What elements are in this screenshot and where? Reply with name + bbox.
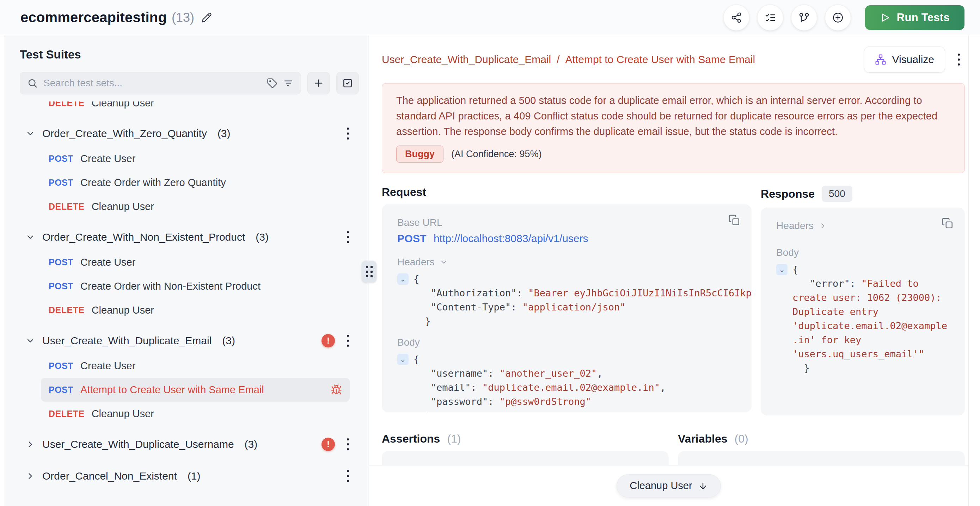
bug-analysis-alert: The application returned a 500 status co… (382, 83, 965, 173)
suite-menu-kebab[interactable] (342, 467, 354, 485)
chevron-down-icon[interactable] (439, 258, 448, 266)
chevron-down-icon[interactable] (25, 128, 35, 138)
alert-message: The application returned a 500 status co… (396, 93, 950, 139)
copy-icon[interactable] (728, 214, 740, 226)
suite-row-order-create-with-zero-quantity[interactable]: Order_Create_With_Zero_Quantity(3) (20, 121, 359, 147)
suite-row-order-create-with-non-existent-product[interactable]: Order_Create_With_Non_Existent_Product(3… (20, 224, 359, 250)
test-case-row[interactable]: POST Create Order with Zero Quantity (41, 171, 350, 195)
add-button[interactable] (825, 5, 851, 31)
method-label: DELETE (49, 102, 84, 108)
suite-row-user-create-with-duplicate-email[interactable]: User_Create_With_Duplicate_Email(3) ! (20, 328, 359, 354)
test-case-row[interactable]: POST Create User (41, 147, 350, 171)
variables-count: (0) (735, 432, 748, 446)
checklist-icon (765, 12, 776, 23)
filter-icon[interactable] (283, 78, 294, 89)
visualize-button[interactable]: Visualize (864, 46, 945, 73)
check-square-icon (342, 78, 353, 89)
arrow-down-icon (698, 481, 708, 491)
bottom-bar: Cleanup User (369, 465, 968, 506)
branches-button[interactable] (791, 5, 817, 31)
breadcrumb-separator: / (557, 54, 560, 65)
response-headers-toggle[interactable]: Headers (776, 220, 949, 232)
top-header: ecommerceapitesting (13) Run Tests (0, 0, 980, 35)
search-box[interactable] (20, 72, 301, 94)
request-url[interactable]: http://localhost:8083/api/v1/users (434, 233, 589, 244)
network-icon (875, 54, 886, 65)
response-section: Response 500 Headers Body ⌄{ "error": "F… (761, 186, 965, 416)
variables-title: Variables (678, 432, 728, 446)
edit-title-button[interactable] (201, 12, 212, 23)
app-window: ecommerceapitesting (13) Run Tests (0, 0, 980, 506)
test-case-row[interactable]: DELETE Cleanup User (41, 402, 350, 426)
share-button[interactable] (723, 5, 749, 31)
multi-select-button[interactable] (336, 72, 359, 94)
detail-menu-kebab[interactable] (953, 51, 965, 68)
method-label: POST (49, 178, 73, 188)
breadcrumb: User_Create_With_Duplicate_Email / Attem… (382, 54, 755, 65)
project-title: ecommerceapitesting (21, 10, 167, 25)
bug-icon (331, 384, 342, 395)
collapse-chevron-icon[interactable]: ⌄ (776, 264, 788, 275)
test-case-row[interactable]: DELETE Cleanup User (41, 102, 350, 115)
breadcrumb-current[interactable]: Attempt to Create User with Same Email (565, 54, 756, 65)
test-case-row-selected[interactable]: POST Attempt to Create User with Same Em… (41, 378, 350, 402)
test-case-row[interactable]: DELETE Cleanup User (41, 298, 350, 322)
suite-row-order-cancel-non-existent[interactable]: Order_Cancel_Non_Existent(1) (20, 463, 359, 489)
left-rail (0, 35, 4, 506)
play-icon (880, 12, 891, 23)
chevron-down-icon[interactable] (25, 232, 35, 242)
method-label: DELETE (49, 409, 84, 419)
add-test-suite-button[interactable] (307, 72, 330, 94)
detail-header: User_Create_With_Duplicate_Email / Attem… (382, 46, 965, 73)
method-label: POST (49, 361, 73, 371)
pencil-icon (201, 12, 212, 23)
response-title: Response (761, 187, 815, 200)
search-icon (27, 78, 38, 89)
assertions-title: Assertions (382, 432, 440, 446)
run-tests-button[interactable]: Run Tests (865, 5, 964, 30)
buggy-badge: Buggy (396, 146, 444, 163)
git-branch-icon (799, 12, 810, 23)
test-detail-panel: User_Create_With_Duplicate_Email / Attem… (369, 35, 968, 506)
sidebar-toolbar (20, 72, 359, 94)
search-input[interactable] (43, 78, 261, 89)
select-tests-button[interactable] (757, 5, 783, 31)
request-body-json: ⌄{ "username": "another_user_02", "email… (397, 352, 736, 412)
response-body-label: Body (776, 247, 949, 258)
sidebar-title: Test Suites (20, 48, 359, 61)
chevron-right-icon[interactable] (25, 439, 35, 449)
suite-menu-kebab[interactable] (342, 332, 354, 349)
plus-icon (313, 78, 324, 89)
chevron-right-icon[interactable] (25, 471, 35, 481)
test-case-row[interactable]: POST Create User (41, 354, 350, 378)
share-icon (731, 12, 742, 23)
chevron-right-icon[interactable] (819, 222, 827, 230)
error-badge: ! (321, 334, 335, 347)
collapse-chevron-icon[interactable]: ⌄ (397, 354, 409, 365)
request-card: Base URL POST http://localhost:8083/api/… (382, 205, 752, 412)
breadcrumb-suite-link[interactable]: User_Create_With_Duplicate_Email (382, 54, 551, 65)
panel-resize-handle[interactable] (362, 261, 377, 282)
cleanup-user-jump-button[interactable]: Cleanup User (617, 474, 721, 498)
test-case-row[interactable]: DELETE Cleanup User (41, 195, 350, 219)
project-test-count: (13) (172, 10, 194, 25)
request-section: Request Base URL POST http://localhost:8… (382, 186, 752, 416)
scrollbar-gutter[interactable] (968, 35, 980, 506)
suite-row-user-create-with-duplicate-username[interactable]: User_Create_With_Duplicate_Username(3) ! (20, 431, 359, 457)
test-suites-sidebar: Test Suites DELETE (4, 35, 369, 506)
method-label: DELETE (49, 201, 84, 212)
chevron-down-icon[interactable] (25, 336, 35, 346)
copy-icon[interactable] (942, 217, 954, 229)
response-card: Headers Body ⌄{ "error": "Failed to crea… (761, 208, 965, 416)
suite-menu-kebab[interactable] (342, 436, 354, 453)
suite-menu-kebab[interactable] (342, 125, 354, 142)
method-label: POST (49, 385, 73, 395)
tag-icon[interactable] (267, 78, 277, 89)
base-url-label: Base URL (397, 217, 736, 228)
collapse-chevron-icon[interactable]: ⌄ (397, 273, 409, 285)
test-case-row[interactable]: POST Create Order with Non-Existent Prod… (41, 274, 350, 298)
suite-menu-kebab[interactable] (342, 228, 354, 246)
method-label: DELETE (49, 305, 84, 316)
request-headers-toggle[interactable]: Headers (397, 257, 736, 268)
test-case-row[interactable]: POST Create User (41, 250, 350, 274)
